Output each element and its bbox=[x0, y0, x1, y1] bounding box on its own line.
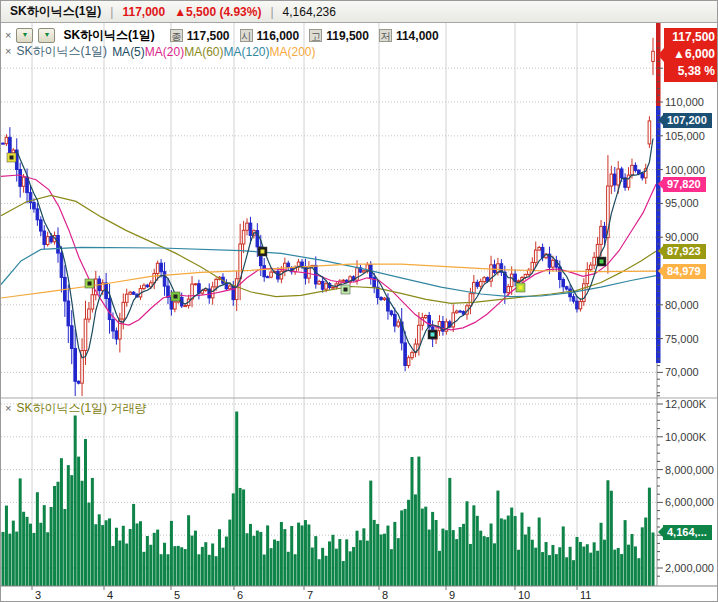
volume-bar bbox=[600, 523, 603, 586]
candle-body bbox=[383, 298, 386, 299]
candle-body bbox=[531, 262, 534, 270]
volume-bar bbox=[325, 556, 328, 586]
volume-bar bbox=[187, 515, 190, 586]
month-label: 6 bbox=[237, 589, 243, 601]
ma-legend-item: MA(5) bbox=[112, 45, 145, 59]
volume-bar bbox=[586, 544, 589, 586]
candle-body bbox=[641, 174, 644, 178]
current-price: 117,000 bbox=[122, 5, 165, 19]
volume-bar bbox=[483, 536, 486, 586]
volume-bar bbox=[307, 524, 310, 586]
volume-bar bbox=[404, 509, 407, 586]
candle-body bbox=[40, 220, 43, 231]
current-price-callout: 117,500 ▲6,000 5,38 % bbox=[664, 28, 718, 82]
volume-bar bbox=[311, 548, 314, 586]
price-axis-label: 70,000 bbox=[665, 366, 699, 378]
volume-bar bbox=[613, 550, 616, 586]
month-label: 4 bbox=[107, 589, 113, 601]
volume-bar bbox=[290, 526, 293, 586]
volume-bar bbox=[122, 526, 125, 586]
volume-bar bbox=[314, 536, 317, 586]
volume-bar bbox=[589, 553, 592, 586]
candle-body bbox=[287, 263, 290, 267]
ohlc-value: 119,500 bbox=[326, 29, 369, 43]
candle-body bbox=[631, 165, 634, 175]
candle-body bbox=[565, 287, 568, 289]
volume-bar bbox=[2, 532, 5, 586]
candle-body bbox=[146, 285, 149, 287]
volume-bar bbox=[163, 543, 166, 586]
volume-series bbox=[2, 412, 655, 586]
close-icon[interactable]: × bbox=[5, 403, 11, 414]
candle-body bbox=[473, 282, 476, 293]
close-icon[interactable]: × bbox=[5, 46, 11, 57]
volume-bar bbox=[624, 520, 627, 586]
volume-bar bbox=[166, 554, 169, 586]
callout-arrow-icon bbox=[658, 115, 663, 125]
axis-value-callout: 87,923 bbox=[663, 244, 706, 259]
signal-marker-dot bbox=[519, 286, 523, 290]
volume-bar bbox=[194, 531, 197, 586]
volume-bar bbox=[287, 552, 290, 586]
volume-bar bbox=[235, 412, 238, 586]
volume-bar bbox=[297, 523, 300, 586]
volume-bar bbox=[191, 536, 194, 586]
volume-bar bbox=[259, 532, 262, 586]
chevron-down-icon[interactable]: ▼ bbox=[16, 28, 33, 43]
candle-body bbox=[634, 165, 637, 170]
volume-bar bbox=[225, 537, 228, 586]
volume-bar bbox=[448, 478, 451, 586]
volume-bar bbox=[184, 549, 187, 586]
callout-arrow-icon bbox=[658, 246, 663, 256]
candle-body bbox=[215, 279, 218, 286]
candle-body bbox=[600, 226, 603, 244]
volume-bar bbox=[46, 532, 49, 586]
volume-bar bbox=[476, 516, 479, 586]
volume-bar bbox=[301, 525, 304, 586]
volume-bar bbox=[15, 532, 18, 586]
candle-body bbox=[156, 263, 159, 273]
candle-body bbox=[280, 271, 283, 279]
volume-bar bbox=[551, 545, 554, 586]
volume-bar bbox=[32, 533, 35, 586]
volume-bar bbox=[43, 505, 46, 586]
volume-bar bbox=[634, 546, 637, 586]
volume-bar bbox=[142, 552, 145, 586]
volume-bar bbox=[652, 533, 655, 586]
volume-bar bbox=[452, 530, 455, 586]
candle-body bbox=[469, 294, 472, 306]
volume-bar bbox=[376, 524, 379, 586]
separator: | bbox=[270, 5, 273, 19]
volume-bar bbox=[431, 512, 434, 586]
month-label: 9 bbox=[449, 589, 455, 601]
candle-body bbox=[174, 302, 177, 309]
candle-body bbox=[617, 169, 620, 185]
chevron-down-icon[interactable]: ▼ bbox=[38, 28, 55, 43]
ma-legend-title: SK하이닉스(1일) bbox=[16, 43, 107, 60]
volume-bar bbox=[132, 504, 135, 586]
volume-axis-label: 6,000,000 bbox=[665, 496, 714, 508]
chart-plot[interactable]: 34567891011110,000105,000100,00095,00090… bbox=[1, 23, 718, 602]
candle-body bbox=[249, 223, 252, 235]
volume-bar bbox=[197, 554, 200, 586]
candle-body bbox=[239, 244, 242, 279]
price-change: ▲5,500 (4.93%) bbox=[174, 5, 261, 19]
candle-body bbox=[22, 177, 25, 186]
candle-body bbox=[589, 265, 592, 270]
volume-legend-label: SK하이닉스(1일) 거래량 bbox=[16, 400, 146, 417]
candle-body bbox=[397, 322, 400, 326]
volume-bar bbox=[208, 555, 211, 586]
candle-body bbox=[9, 137, 12, 153]
volume-bar bbox=[538, 518, 541, 586]
axis-value-callout: 4,164,... bbox=[663, 525, 712, 540]
signal-marker-dot bbox=[344, 288, 348, 292]
volume-bar bbox=[221, 548, 224, 586]
candlestick-series bbox=[2, 38, 655, 396]
volume-bar bbox=[648, 488, 651, 586]
candle-body bbox=[418, 325, 421, 344]
candle-body bbox=[36, 209, 39, 220]
volume-bar bbox=[204, 542, 207, 586]
volume-bar bbox=[63, 509, 66, 586]
volume-bar bbox=[125, 544, 128, 586]
close-icon[interactable]: × bbox=[5, 30, 11, 41]
